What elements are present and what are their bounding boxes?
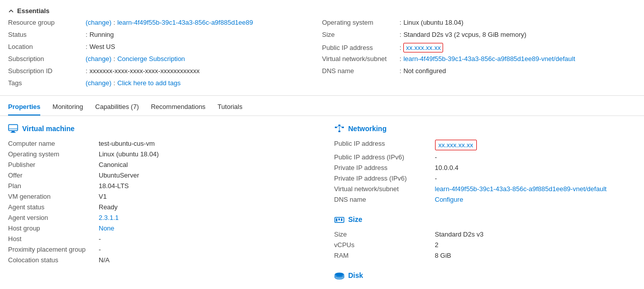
essentials-section: Essentials Resource group (change) : lea… — [0, 0, 644, 96]
svg-rect-6 — [342, 127, 344, 128]
computer-name-value: test-ubuntu-cus-vm — [99, 138, 310, 149]
net-public-ip-value[interactable]: xx.xxx.xx.xx — [439, 141, 473, 149]
tab-capabilities[interactable]: Capabilities (7) — [95, 100, 139, 115]
colocation-value: N/A — [99, 255, 310, 265]
size-title: Size — [348, 215, 363, 223]
size-vcpus-value: 2 — [435, 240, 636, 250]
networking-props-table: Public IP address xx.xxx.xx.xx Public IP… — [334, 138, 636, 205]
size-section-header: Size — [334, 215, 636, 224]
essentials-row-size: Size : Standard D2s v3 (2 vcpus, 8 GiB m… — [322, 31, 636, 41]
table-row: DNS name Configure — [334, 194, 636, 205]
tab-monitoring[interactable]: Monitoring — [52, 100, 83, 115]
essentials-right-col: Operating system : Linux (ubuntu 18.04) … — [322, 19, 636, 89]
net-vnet-value[interactable]: learn-4f49f55b-39c1-43a3-856c-a9f885d1ee… — [435, 185, 607, 193]
public-ip-label: Public IP address — [322, 44, 398, 51]
net-dns-value[interactable]: Configure — [435, 196, 463, 203]
essentials-row-resource-group: Resource group (change) : learn-4f49f55b… — [8, 19, 322, 29]
svg-line-8 — [337, 126, 338, 128]
tags-change[interactable]: (change) — [86, 79, 111, 87]
svg-rect-3 — [9, 129, 18, 129]
agent-version-label: Agent version — [8, 212, 99, 223]
table-row: Offer UbuntuServer — [8, 170, 310, 181]
net-dns-label: DNS name — [334, 194, 435, 205]
svg-rect-0 — [9, 125, 18, 131]
subscription-value[interactable]: Concierge Subscription — [117, 55, 185, 63]
vm-os-value: Linux (ubuntu 18.04) — [99, 149, 310, 159]
tags-value[interactable]: Click here to add tags — [117, 79, 181, 87]
disk-title: Disk — [348, 271, 364, 279]
size-props-table: Size Standard D2s v3 vCPUs 2 RAM 8 GiB — [334, 229, 636, 261]
networking-title: Networking — [348, 125, 387, 133]
net-public-ip-v6-value: - — [435, 152, 636, 162]
essentials-row-subscription-id: Subscription ID : xxxxxxx-xxxx-xxxx-xxxx… — [8, 67, 322, 77]
colocation-label: Colocation status — [8, 255, 99, 265]
table-row: Virtual network/subnet learn-4f49f55b-39… — [334, 184, 636, 194]
size-value: Standard D2s v3 (2 vcpus, 8 GiB memory) — [403, 31, 526, 38]
vm-gen-label: VM generation — [8, 191, 99, 202]
net-private-ip-label: Private IP address — [334, 162, 435, 173]
plan-value: 18.04-LTS — [99, 181, 310, 191]
table-row: Private IP address 10.0.0.4 — [334, 162, 636, 173]
tabs-bar: Properties Monitoring Capabilities (7) R… — [0, 96, 644, 116]
public-ip-value[interactable]: xx.xxx.xx.xx — [406, 44, 441, 51]
table-row: Public IP address (IPv6) - — [334, 152, 636, 162]
subscription-id-label: Subscription ID — [8, 67, 84, 75]
status-label: Status — [8, 31, 84, 38]
table-row: Private IP address (IPv6) - — [334, 173, 636, 184]
net-private-ip-v6-value: - — [435, 173, 636, 184]
vm-props-table: Computer name test-ubuntu-cus-vm Operati… — [8, 138, 310, 265]
left-panel: Virtual machine Computer name test-ubunt… — [8, 124, 322, 285]
os-label: Operating system — [322, 19, 398, 26]
essentials-grid: Resource group (change) : learn-4f49f55b… — [8, 19, 636, 89]
subscription-label: Subscription — [8, 55, 84, 63]
location-label: Location — [8, 43, 84, 50]
table-row: Host group None — [8, 223, 310, 234]
offer-label: Offer — [8, 170, 99, 181]
plan-label: Plan — [8, 181, 99, 191]
publisher-label: Publisher — [8, 159, 99, 170]
net-public-ip-label: Public IP address — [334, 138, 435, 152]
vnet-value[interactable]: learn-4f49f55b-39c1-43a3-856c-a9f885d1ee… — [403, 55, 575, 63]
svg-rect-1 — [12, 131, 15, 132]
vnet-label: Virtual network/subnet — [322, 55, 398, 63]
svg-rect-15 — [341, 218, 342, 221]
offer-value: UbuntuServer — [99, 170, 310, 181]
resource-group-change[interactable]: (change) — [86, 19, 111, 26]
publisher-value: Canonical — [99, 159, 310, 170]
public-ip-highlight: xx.xxx.xx.xx — [403, 43, 443, 52]
net-public-ip-highlight: xx.xxx.xx.xx — [435, 140, 477, 150]
tab-properties[interactable]: Properties — [8, 100, 40, 115]
table-row: Plan 18.04-LTS — [8, 181, 310, 191]
size-ram-value: 8 GiB — [435, 250, 636, 261]
host-value: - — [99, 234, 310, 244]
ppg-value: - — [99, 244, 310, 255]
tab-tutorials[interactable]: Tutorials — [218, 100, 242, 115]
table-row: Operating system Linux (ubuntu 18.04) — [8, 149, 310, 159]
ppg-label: Proximity placement group — [8, 244, 99, 255]
table-row: RAM 8 GiB — [334, 250, 636, 261]
agent-status-value: Ready — [99, 202, 310, 212]
os-value: Linux (ubuntu 18.04) — [403, 19, 463, 26]
dns-label: DNS name — [322, 67, 398, 75]
table-row: Size Standard D2s v3 — [334, 229, 636, 240]
networking-icon — [334, 124, 344, 133]
host-group-value[interactable]: None — [99, 224, 114, 232]
size-section: Size Size Standard D2s v3 vCPUs 2 RAM 8 … — [334, 215, 636, 261]
host-label: Host — [8, 234, 99, 244]
size-icon — [334, 215, 344, 224]
vm-section-title: Virtual machine — [22, 125, 75, 133]
net-vnet-label: Virtual network/subnet — [334, 184, 435, 194]
essentials-left-col: Resource group (change) : learn-4f49f55b… — [8, 19, 322, 89]
agent-version-value[interactable]: 2.3.1.1 — [99, 214, 119, 221]
net-private-ip-v6-label: Private IP address (IPv6) — [334, 173, 435, 184]
resource-group-label: Resource group — [8, 19, 84, 26]
networking-section-header: Networking — [334, 124, 636, 133]
tab-recommendations[interactable]: Recommendations — [151, 100, 205, 115]
subscription-change[interactable]: (change) — [86, 55, 111, 63]
size-ram-label: RAM — [334, 250, 435, 261]
vm-section-header: Virtual machine — [8, 124, 310, 133]
table-row: Host - — [8, 234, 310, 244]
disk-icon — [334, 271, 344, 280]
resource-group-value[interactable]: learn-4f49f55b-39c1-43a3-856c-a9f885d1ee… — [117, 19, 253, 26]
status-value: Running — [90, 31, 114, 38]
